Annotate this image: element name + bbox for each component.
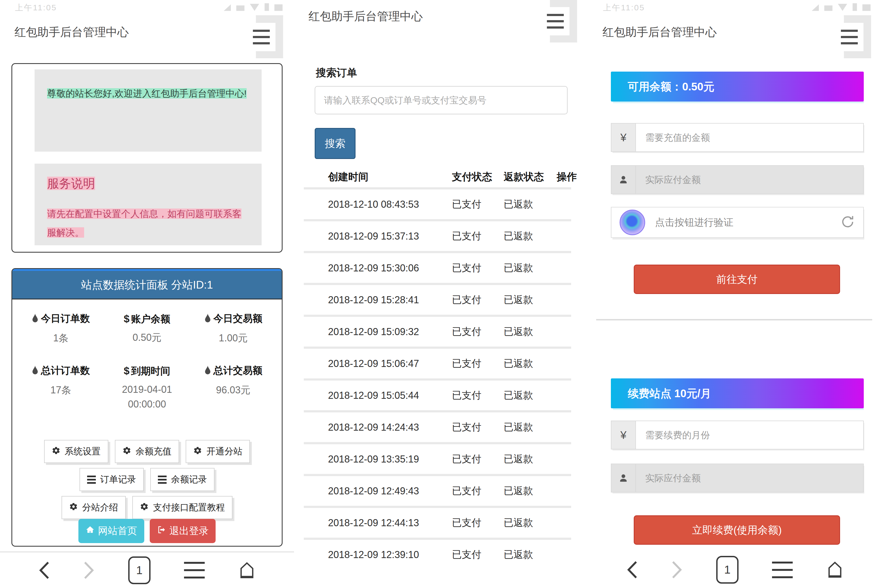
renew-months-input[interactable] (635, 421, 864, 450)
tab-count: 1 (716, 556, 738, 584)
service-body: 请先在配置中设置个人信息，如有问题可联系客服解决。 (47, 208, 242, 238)
stat-value: 1条 (18, 331, 104, 345)
order-time: 2018-12-09 15:05:44 (328, 390, 452, 401)
middle-screen: 红包助手后台管理中心 搜索订单 搜索 创建时间 支付状态 返款状态 操作 201… (294, 0, 588, 588)
order-row: 2018-12-09 12:49:43已支付已返款 (294, 476, 588, 506)
recharge-button[interactable]: 余额充值 (115, 440, 179, 463)
recharge-amount-group: ¥ (611, 123, 864, 152)
stat-value: 17条 (18, 383, 104, 398)
stat-value: 0.50元 (104, 330, 190, 345)
nav-menu-button[interactable] (770, 561, 794, 579)
order-pay-status: 已支付 (452, 261, 504, 274)
order-records-button[interactable]: 订单记录 (80, 468, 144, 491)
list-icon (87, 476, 96, 484)
gear-icon (123, 446, 131, 457)
orders-table-body: 2018-12-10 08:43:53已支付已返款 2018-12-09 15:… (294, 187, 588, 570)
cta-row: 网站首页 退出登录 (12, 519, 282, 543)
recharge-amount-input[interactable] (635, 123, 864, 152)
drop-icon (32, 312, 39, 327)
order-refund-status: 已返款 (504, 452, 557, 466)
browser-nav-bar: 1 (0, 552, 294, 588)
search-button[interactable]: 搜索 (315, 128, 356, 159)
order-pay-status: 已支付 (452, 198, 504, 211)
service-title: 服务说明 (47, 177, 95, 190)
gear-icon (193, 446, 202, 457)
order-time: 2018-12-09 13:35:19 (328, 453, 452, 465)
go-pay-button[interactable]: 前往支付 (634, 265, 840, 294)
welcome-box: 尊敬的站长您好,欢迎进入红包助手后台管理中心! (34, 69, 262, 152)
person-icon (611, 464, 635, 492)
branch-intro-button[interactable]: 分站介绍 (62, 496, 126, 519)
col-pay-status: 支付状态 (452, 170, 504, 184)
col-refund-status: 返款状态 (504, 170, 557, 184)
order-row: 2018-12-09 12:44:13已支付已返款 (294, 508, 588, 538)
renew-months-group: ¥ (611, 421, 864, 450)
stat-account-balance: $账户余额 0.50元 (104, 311, 190, 345)
yen-icon: ¥ (611, 421, 635, 450)
hamburger-icon (835, 23, 864, 51)
renew-now-button[interactable]: 立即续费(使用余额) (634, 515, 840, 545)
open-branch-button[interactable]: 开通分站 (186, 440, 250, 463)
nav-back-button[interactable] (37, 561, 51, 580)
order-refund-status: 已返款 (504, 548, 557, 561)
home-icon (86, 525, 95, 537)
captcha-label: 点击按钮进行验证 (655, 216, 831, 229)
page-title: 红包助手后台管理中心 (308, 9, 423, 24)
order-pay-status: 已支付 (452, 389, 504, 402)
captcha-button[interactable]: 点击按钮进行验证 (611, 207, 864, 238)
stat-today-orders: 今日订单数 1条 (18, 311, 104, 345)
battery-icon (853, 3, 857, 11)
order-refund-status: 已返款 (504, 261, 557, 274)
nav-home-button[interactable] (825, 560, 845, 579)
order-time: 2018-12-09 14:24:43 (328, 422, 452, 433)
order-row: 2018-12-10 08:43:53已支付已返款 (294, 189, 588, 219)
nav-home-button[interactable] (237, 561, 257, 580)
order-refund-status: 已返款 (504, 325, 557, 338)
hamburger-icon (541, 7, 570, 35)
dollar-icon: $ (124, 365, 129, 376)
order-refund-status: 已返款 (504, 198, 557, 211)
stats-panel-title: 站点数据统计面板 分站ID:1 (12, 269, 282, 300)
clock-icon (274, 4, 283, 11)
search-input[interactable] (315, 86, 568, 114)
order-time: 2018-12-09 15:37:13 (328, 231, 452, 242)
order-pay-status: 已支付 (452, 516, 504, 530)
menu-button[interactable] (240, 15, 283, 59)
right-screen: 上午11:05 红包助手后台管理中心 可用余额：0.50元 ¥ 点击按钮进行验证… (588, 0, 882, 588)
app-header: 红包助手后台管理中心 (600, 17, 871, 58)
stat-value: 96.03元 (190, 383, 276, 398)
signal-icon (224, 4, 231, 11)
page-title: 红包助手后台管理中心 (14, 24, 129, 40)
stat-value: 1.00元 (190, 331, 276, 345)
list-icon (158, 476, 166, 484)
app-header: 红包助手后台管理中心 (306, 1, 577, 42)
refresh-icon[interactable] (840, 214, 855, 230)
welcome-card: 尊敬的站长您好,欢迎进入红包助手后台管理中心! 服务说明 请先在配置中设置个人信… (11, 63, 283, 253)
nav-forward-button[interactable] (82, 561, 96, 580)
nav-forward-button[interactable] (670, 560, 684, 579)
site-home-button[interactable]: 网站首页 (78, 519, 144, 543)
col-create-time: 创建时间 (328, 170, 452, 184)
nav-menu-button[interactable] (182, 562, 206, 579)
logout-button[interactable]: 退出登录 (150, 519, 216, 543)
settings-button[interactable]: 系统设置 (44, 440, 108, 463)
left-screen: 上午11:05 红包助手后台管理中心 尊敬的站长您好,欢迎进入红包助手后台管理中… (0, 0, 294, 588)
drop-icon (204, 364, 211, 380)
nav-back-button[interactable] (625, 560, 639, 579)
menu-button[interactable] (828, 15, 871, 59)
order-refund-status: 已返款 (504, 389, 557, 402)
order-time: 2018-12-09 15:09:32 (328, 326, 452, 338)
search-title: 搜索订单 (316, 66, 357, 80)
order-pay-status: 已支付 (452, 325, 504, 338)
nav-tabs-button[interactable]: 1 (715, 556, 740, 584)
order-pay-status: 已支付 (452, 421, 504, 434)
payment-config-tutorial-button[interactable]: 支付接口配置教程 (132, 496, 232, 519)
renew-payable-input (635, 464, 864, 492)
balance-records-button[interactable]: 余额记录 (150, 468, 214, 491)
nav-tabs-button[interactable]: 1 (127, 556, 152, 585)
renew-site-banner: 续费站点 10元/月 (611, 378, 864, 408)
clock-icon (862, 4, 871, 11)
menu-button[interactable] (534, 0, 577, 43)
stats-card: 站点数据统计面板 分站ID:1 今日订单数 1条 $账户余额 0.50元 今日交… (11, 268, 283, 547)
order-pay-status: 已支付 (452, 548, 504, 561)
